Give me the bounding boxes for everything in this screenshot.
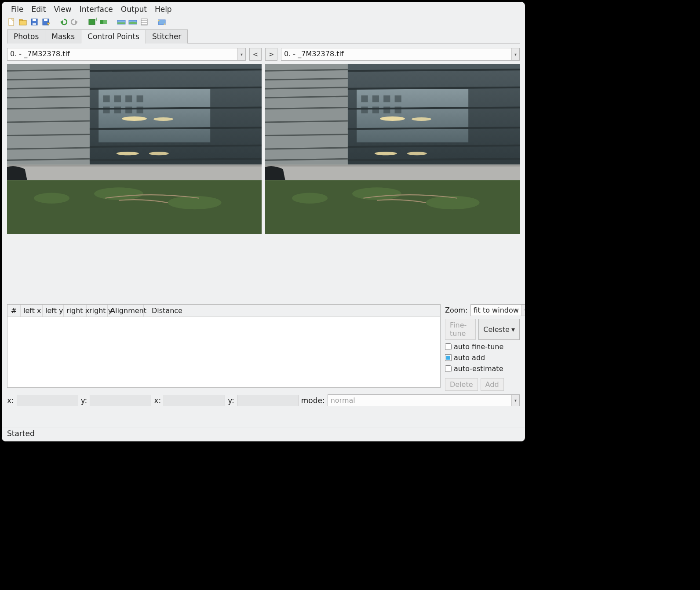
full-screen-icon[interactable]	[157, 18, 166, 26]
svg-rect-79	[361, 107, 368, 113]
statusbar: Started	[2, 427, 525, 441]
x1-field[interactable]	[17, 395, 78, 406]
left-image-value: 0. - _7M32378.tif	[7, 48, 237, 60]
menu-interface[interactable]: Interface	[76, 4, 117, 15]
side-controls: Zoom: fit to window ▾ Fine-tune Celeste▾…	[445, 304, 520, 391]
new-project-icon[interactable]	[7, 18, 16, 26]
svg-rect-75	[361, 95, 368, 102]
y2-label: y:	[228, 396, 234, 405]
tab-control-points[interactable]: Control Points	[81, 29, 146, 44]
open-project-icon[interactable]	[18, 18, 27, 26]
left-image-select[interactable]: 0. - _7M32378.tif ▾	[7, 48, 246, 61]
right-image-pane[interactable]	[265, 64, 520, 234]
svg-rect-77	[383, 95, 390, 102]
tab-masks[interactable]: Masks	[45, 29, 81, 44]
save-icon[interactable]	[30, 18, 39, 26]
col-alignment[interactable]: Alignment	[108, 305, 144, 317]
bottom-panel: # left x left y right x right y Alignmen…	[7, 304, 520, 391]
zoom-value: fit to window	[471, 305, 521, 316]
mode-value: normal	[328, 395, 511, 406]
menu-output[interactable]: Output	[117, 4, 151, 15]
status-text: Started	[7, 429, 35, 438]
svg-rect-17	[117, 22, 125, 24]
menu-help[interactable]: Help	[151, 4, 176, 15]
svg-point-48	[117, 152, 139, 155]
svg-rect-76	[372, 95, 379, 102]
show-cp-table-icon[interactable]	[140, 18, 149, 26]
svg-point-60	[34, 193, 69, 204]
align-icon[interactable]	[99, 18, 108, 26]
table-header: # left x left y right x right y Alignmen…	[7, 305, 440, 317]
chevron-down-icon[interactable]: ▾	[511, 48, 519, 60]
svg-text:+: +	[95, 18, 97, 22]
add-button[interactable]: Add	[481, 378, 504, 391]
svg-rect-39	[114, 95, 121, 102]
svg-rect-15	[103, 20, 107, 24]
prev-pair-button[interactable]: <	[249, 48, 262, 61]
svg-rect-8	[44, 19, 47, 21]
redo-icon[interactable]	[70, 18, 79, 26]
tab-photos[interactable]: Photos	[7, 29, 45, 44]
svg-point-83	[380, 117, 405, 121]
mode-select[interactable]: normal ▾	[328, 394, 520, 406]
menu-file[interactable]: File	[7, 4, 27, 15]
auto-estimate-label: auto-estimate	[454, 364, 503, 373]
col-left-x[interactable]: left x	[21, 305, 43, 317]
svg-rect-2	[19, 20, 26, 25]
svg-rect-80	[372, 107, 379, 113]
svg-rect-3	[19, 19, 22, 21]
zoom-label: Zoom:	[445, 306, 468, 314]
y2-field[interactable]	[237, 395, 299, 406]
y1-field[interactable]	[90, 395, 151, 406]
col-right-y[interactable]: right y	[87, 305, 108, 317]
undo-icon[interactable]	[59, 18, 68, 26]
svg-rect-42	[103, 107, 109, 113]
delete-button[interactable]: Delete	[445, 378, 478, 391]
auto-estimate-checkbox[interactable]	[445, 365, 452, 372]
chevron-down-icon[interactable]: ▾	[511, 395, 519, 406]
menu-view[interactable]: View	[50, 4, 75, 15]
svg-rect-78	[395, 95, 401, 102]
col-left-y[interactable]: left y	[43, 305, 64, 317]
svg-point-86	[407, 152, 427, 155]
svg-rect-59	[7, 180, 262, 234]
svg-rect-40	[125, 95, 132, 102]
tab-stitcher[interactable]: Stitcher	[146, 29, 188, 44]
auto-add-checkbox[interactable]	[445, 354, 452, 361]
chevron-down-icon[interactable]: ▾	[237, 48, 245, 60]
image-panes	[7, 64, 520, 234]
gl-preview-icon[interactable]	[128, 18, 137, 26]
tab-content: 0. - _7M32378.tif ▾ < > 0. - _7M32378.ti…	[2, 44, 525, 427]
celeste-button[interactable]: Celeste▾	[478, 319, 520, 340]
col-right-x[interactable]: right x	[64, 305, 87, 317]
svg-rect-23	[158, 20, 165, 25]
preview-pano-icon[interactable]	[117, 18, 126, 26]
fine-tune-button[interactable]: Fine-tune	[445, 319, 476, 340]
y1-label: y:	[81, 396, 88, 405]
svg-rect-93	[265, 165, 520, 181]
chevron-down-icon[interactable]: ▾	[521, 305, 525, 316]
building-photo-left	[7, 64, 262, 234]
auto-fine-tune-checkbox[interactable]	[445, 343, 452, 350]
x2-label: x:	[154, 396, 161, 405]
save-as-icon[interactable]	[41, 18, 50, 26]
col-num[interactable]: #	[7, 305, 21, 317]
svg-rect-5	[33, 19, 36, 21]
right-image-select[interactable]: 0. - _7M32378.tif ▾	[281, 48, 520, 61]
add-images-icon[interactable]: +	[88, 18, 97, 26]
control-points-table[interactable]: # left x left y right x right y Alignmen…	[7, 304, 441, 388]
menu-edit[interactable]: Edit	[27, 4, 50, 15]
svg-point-85	[375, 152, 397, 155]
svg-rect-6	[33, 23, 36, 25]
zoom-select[interactable]: fit to window ▾	[470, 304, 525, 316]
next-pair-button[interactable]: >	[265, 48, 277, 61]
col-distance[interactable]: Distance	[144, 305, 440, 317]
svg-rect-12	[89, 19, 95, 25]
auto-add-label: auto add	[454, 353, 485, 362]
svg-rect-57	[7, 165, 262, 167]
left-image-pane[interactable]	[7, 64, 262, 234]
x2-field[interactable]	[164, 395, 225, 406]
mode-label: mode:	[301, 396, 325, 405]
svg-rect-41	[137, 95, 143, 102]
svg-rect-94	[265, 165, 520, 167]
